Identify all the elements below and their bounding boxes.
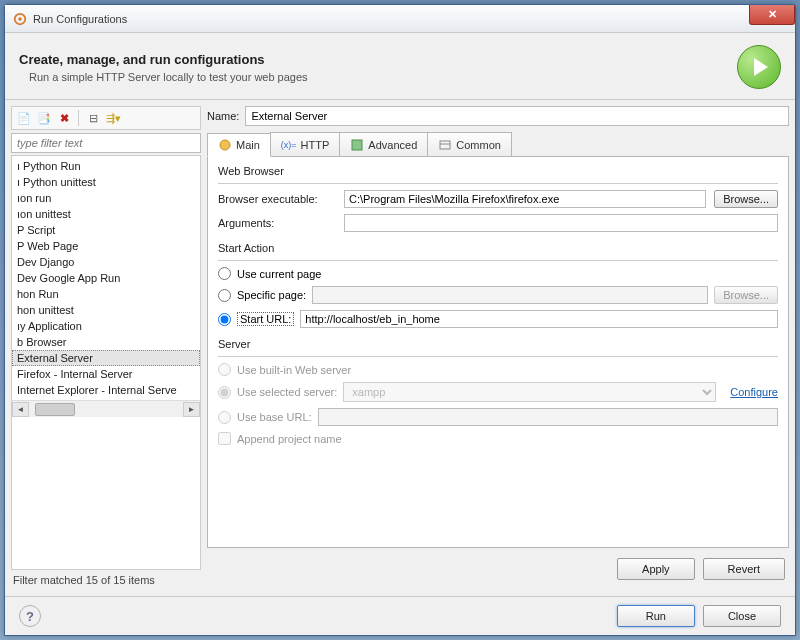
specific-page-input [312, 286, 708, 304]
tree-item[interactable]: hon Run [12, 286, 200, 302]
new-config-icon[interactable]: 📄 [16, 110, 32, 126]
tree-item[interactable]: Firefox - Internal Server [12, 366, 200, 382]
close-button[interactable]: Close [703, 605, 781, 627]
horizontal-scrollbar[interactable]: ◄► [12, 400, 200, 417]
use-selected-server-radio [218, 386, 231, 399]
svg-rect-4 [440, 141, 450, 149]
tree-item[interactable]: External Server [12, 350, 200, 366]
start-action-group-title: Start Action [218, 242, 778, 254]
tree-item[interactable]: ı Python unittest [12, 174, 200, 190]
tree-item[interactable]: ı Python Run [12, 158, 200, 174]
apply-button[interactable]: Apply [617, 558, 695, 580]
header-title: Create, manage, and run configurations [19, 52, 308, 67]
common-tab-icon [438, 138, 452, 152]
tree-item[interactable]: b Browser [12, 334, 200, 350]
use-current-page-radio[interactable] [218, 267, 231, 280]
arguments-label: Arguments: [218, 217, 336, 229]
server-group-title: Server [218, 338, 778, 350]
use-selected-server-label: Use selected server: [237, 386, 337, 398]
tree-toolbar: 📄 📑 ✖ ⊟ ⇶▾ [11, 106, 201, 130]
filter-status: Filter matched 15 of 15 items [11, 570, 201, 590]
specific-page-browse-button: Browse... [714, 286, 778, 304]
append-project-name-checkbox [218, 432, 231, 445]
tree-item[interactable]: Dev Django [12, 254, 200, 270]
tree-item[interactable]: ıy Application [12, 318, 200, 334]
tab-main[interactable]: Main [207, 133, 271, 157]
tree-item[interactable]: Internet Explorer - Internal Serve [12, 382, 200, 398]
specific-page-radio[interactable] [218, 289, 231, 302]
help-button[interactable]: ? [19, 605, 41, 627]
tree-item[interactable]: P Script [12, 222, 200, 238]
tree-item[interactable]: P Web Page [12, 238, 200, 254]
gear-icon [13, 12, 27, 26]
start-url-input[interactable] [300, 310, 778, 328]
tab-http[interactable]: (x)=HTTP [270, 132, 340, 156]
use-base-url-label: Use base URL: [237, 411, 312, 423]
run-icon [737, 45, 781, 89]
delete-config-icon[interactable]: ✖ [56, 110, 72, 126]
configure-server-link[interactable]: Configure [730, 386, 778, 398]
name-input[interactable] [245, 106, 789, 126]
selected-server-select: xampp [343, 382, 716, 402]
tree-item[interactable]: hon unittest [12, 302, 200, 318]
tree-item[interactable]: ıon unittest [12, 206, 200, 222]
start-url-radio[interactable] [218, 313, 231, 326]
svg-point-1 [18, 17, 22, 21]
config-tree[interactable]: ı Python Runı Python unittestıon runıon … [11, 155, 201, 570]
browser-exec-browse-button[interactable]: Browse... [714, 190, 778, 208]
duplicate-config-icon[interactable]: 📑 [36, 110, 52, 126]
run-button[interactable]: Run [617, 605, 695, 627]
use-builtin-server-radio [218, 363, 231, 376]
append-project-name-label: Append project name [237, 433, 342, 445]
name-label: Name: [207, 110, 239, 122]
svg-rect-3 [352, 140, 362, 150]
tab-bar: Main (x)=HTTP Advanced Common [207, 132, 789, 157]
advanced-tab-icon [350, 138, 364, 152]
start-url-label: Start URL: [237, 312, 294, 326]
tree-item[interactable]: Dev Google App Run [12, 270, 200, 286]
header-subtitle: Run a simple HTTP Server locally to test… [19, 71, 308, 83]
titlebar: Run Configurations ✕ [5, 5, 795, 33]
tab-pane-main: Web Browser Browser executable: Browse..… [207, 157, 789, 548]
filter-dropdown-icon[interactable]: ⇶▾ [105, 110, 121, 126]
tab-advanced[interactable]: Advanced [339, 132, 428, 156]
arguments-input[interactable] [344, 214, 778, 232]
use-current-page-label: Use current page [237, 268, 321, 280]
base-url-input [318, 408, 778, 426]
browser-exec-label: Browser executable: [218, 193, 336, 205]
svg-point-2 [220, 140, 230, 150]
main-tab-icon [218, 138, 232, 152]
use-base-url-radio [218, 411, 231, 424]
collapse-all-icon[interactable]: ⊟ [85, 110, 101, 126]
filter-input[interactable] [11, 133, 201, 153]
tab-common[interactable]: Common [427, 132, 512, 156]
window-close-button[interactable]: ✕ [749, 5, 795, 25]
dialog-header: Create, manage, and run configurations R… [5, 33, 795, 99]
use-builtin-server-label: Use built-in Web server [237, 364, 351, 376]
revert-button[interactable]: Revert [703, 558, 785, 580]
tree-item[interactable]: ıon run [12, 190, 200, 206]
window-title: Run Configurations [33, 13, 127, 25]
web-browser-group-title: Web Browser [218, 165, 778, 177]
specific-page-label: Specific page: [237, 289, 306, 301]
browser-exec-input[interactable] [344, 190, 706, 208]
